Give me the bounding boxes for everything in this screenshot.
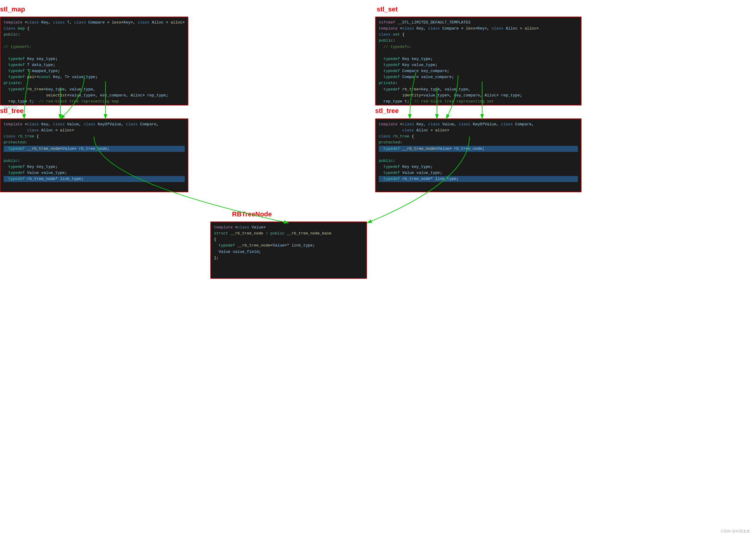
stl-set-label: stl_set [377,5,398,13]
stl-tree-left-code: template <class Key, class Value, class … [0,118,188,192]
stl-tree-right-code: template <class Key, class Value, class … [375,118,581,192]
stl-map-code: template <class Key, class T, class Comp… [0,17,188,105]
watermark: CSDN @叫我龙龙 [720,529,750,534]
stl-map-label: stl_map [0,5,25,13]
stl-set-code: #ifndef __STL_LIMITED_DEFAULT_TEMPLATES … [375,17,581,105]
rbtreenode-label: RBTreeNode [232,210,272,218]
stl-tree-right-label: stl_tree [375,107,399,115]
stl-tree-left-label: stl_tree [0,107,23,115]
rbtreenode-code: template <class Value> struct __rb_tree_… [210,222,367,279]
